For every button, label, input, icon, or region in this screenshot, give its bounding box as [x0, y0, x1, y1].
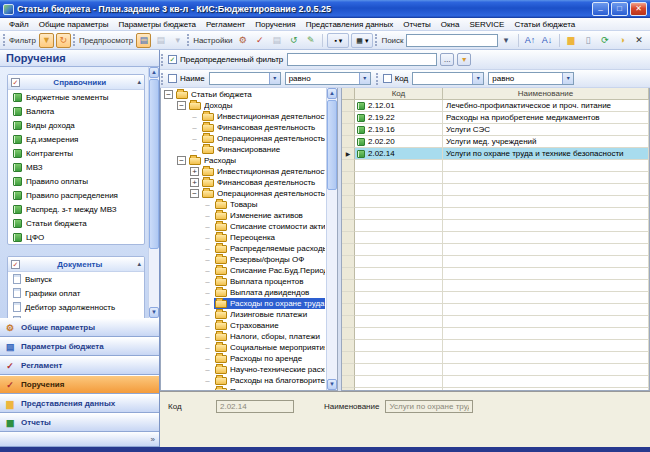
tree-node[interactable]: –Научно-технические расходы [162, 364, 325, 375]
chevron-down-icon[interactable]: ▾ [269, 73, 280, 84]
sidebar-item[interactable]: Выпуск [8, 272, 144, 286]
menu-item[interactable]: Регламент [201, 20, 250, 29]
chevron-down-icon[interactable]: ▾ [472, 73, 483, 84]
field-filter-checkbox[interactable] [383, 74, 392, 83]
tree-node[interactable]: –Финансовая деятельность [162, 122, 325, 133]
tree-node[interactable]: –Изменение активов [162, 210, 325, 221]
clear-filter-icon[interactable]: ↻ [56, 33, 71, 48]
field-value-combo[interactable]: ▾ [412, 72, 484, 85]
predefined-filter-input[interactable] [287, 53, 437, 66]
sort-asc-icon[interactable]: А↑ [523, 33, 538, 48]
collapse-node-icon[interactable]: − [177, 156, 186, 165]
scroll-up-icon[interactable]: ▲ [149, 67, 159, 78]
scroll-thumb[interactable] [149, 79, 159, 249]
tree-node[interactable]: +Инвестиционная деятельность [162, 166, 325, 177]
sidebar-item[interactable]: Инвестиции, кап.вложения [8, 314, 144, 318]
sidebar-group-header[interactable]: ✓Документы▴ [8, 257, 144, 272]
view-dropdown[interactable]: ▪ ▾ [327, 33, 349, 48]
sidebar-item[interactable]: Правило оплаты [8, 174, 144, 188]
menu-item[interactable]: SERVICE [464, 20, 509, 29]
sidebar-item[interactable]: Ед.измерения [8, 132, 144, 146]
collapse-node-icon[interactable]: − [164, 90, 173, 99]
table-row[interactable]: 2.02.20Услуги мед. учреждений [342, 136, 649, 148]
operator-combo[interactable]: равно▾ [285, 72, 371, 85]
scroll-thumb[interactable] [327, 100, 337, 190]
collapse-node-icon[interactable]: − [190, 189, 199, 198]
tree-node[interactable]: –Переоценка [162, 232, 325, 243]
menu-item[interactable]: Отчеты [398, 20, 436, 29]
filter-funnel-icon[interactable]: ▼ [39, 33, 54, 48]
tree-node[interactable]: –Страхование [162, 320, 325, 331]
predefined-filter-checkbox[interactable]: ✓ [168, 55, 177, 64]
nav-button[interactable]: ▤Параметры бюджета [0, 337, 159, 356]
menu-item[interactable]: Поручения [250, 20, 300, 29]
menu-item[interactable]: Окна [436, 20, 465, 29]
tree-node[interactable]: –Прочие затраты [162, 386, 325, 390]
menu-item[interactable]: Файл [4, 20, 34, 29]
sidebar-item[interactable]: Виды дохода [8, 118, 144, 132]
tree-node[interactable]: −Статьи бюджета [162, 89, 325, 100]
menu-item[interactable]: Представления данных [301, 20, 399, 29]
scroll-down-icon[interactable]: ▼ [327, 379, 337, 390]
sidebar-item[interactable]: Валюта [8, 104, 144, 118]
tree-node[interactable]: –Расходы на благотворительные цели [162, 375, 325, 386]
tree-node[interactable]: –Операционная деятельность [162, 133, 325, 144]
collapse-arrow-icon[interactable]: ▴ [137, 78, 141, 86]
tree-node[interactable]: –Финансирование [162, 144, 325, 155]
sidebar-item[interactable]: МВЗ [8, 160, 144, 174]
nav-button[interactable]: ✓Поручения [0, 375, 159, 394]
sidebar-item[interactable]: ЦФО [8, 230, 144, 244]
field-filter-checkbox[interactable] [168, 74, 177, 83]
nav-button[interactable]: ▆Представления данных [0, 394, 159, 413]
code-field[interactable] [216, 400, 294, 413]
edit-item-icon[interactable]: ◑ [615, 33, 630, 48]
settings-wrench-icon[interactable]: ⚙ [235, 33, 250, 48]
table-row[interactable]: 2.19.22Расходы на приобретение медикамен… [342, 112, 649, 124]
sidebar-item[interactable]: Статьи бюджета [8, 216, 144, 230]
sidebar-item[interactable]: Бюджетные элементы [8, 90, 144, 104]
search-dropdown-icon[interactable]: ▾ [499, 33, 514, 48]
tree-node[interactable]: −Операционная деятельность [162, 188, 325, 199]
tree-node[interactable]: –Списание стоимости активов [162, 221, 325, 232]
expand-node-icon[interactable]: + [190, 167, 199, 176]
menu-item[interactable]: Статьи бюджета [509, 20, 580, 29]
nav-button[interactable]: ✓Регламент [0, 356, 159, 375]
tree-node[interactable]: +Финансовая деятельность [162, 177, 325, 188]
operator-combo[interactable]: равно▾ [488, 72, 574, 85]
menu-item[interactable]: Общие параметры [34, 20, 114, 29]
sidebar-item[interactable]: Контрагенты [8, 146, 144, 160]
edit-pencil-icon[interactable]: ✎ [303, 33, 318, 48]
chevron-down-icon[interactable]: ▾ [359, 73, 370, 84]
tree-node[interactable]: –Социальные мероприятия [162, 342, 325, 353]
tree-node[interactable]: –Налоги, сборы, платежи [162, 331, 325, 342]
refresh-icon[interactable]: ⟳ [598, 33, 613, 48]
sidebar-item[interactable]: Правило распределения [8, 188, 144, 202]
table-view-dropdown[interactable]: ▦ ▾ [351, 33, 373, 48]
history-icon[interactable]: ↺ [286, 33, 301, 48]
tree-node[interactable]: −Доходы [162, 100, 325, 111]
collapse-node-icon[interactable]: − [177, 101, 186, 110]
collapse-arrow-icon[interactable]: ▴ [137, 260, 141, 268]
table-row[interactable]: 2.12.01Лечебно-профилактическое и проч. … [342, 100, 649, 112]
tree-node[interactable]: –Списание Рас.Буд.Периодов [162, 265, 325, 276]
field-value-combo[interactable]: ▾ [209, 72, 281, 85]
folder-open-icon[interactable]: ▆ [564, 33, 579, 48]
nav-button[interactable]: ⚙Общие параметры [0, 318, 159, 337]
ellipsis-button[interactable]: … [440, 53, 454, 66]
sidebar-group-header[interactable]: ✓Справочники▴ [8, 75, 144, 90]
nav-button[interactable]: ▦Отчеты [0, 413, 159, 432]
tree-node[interactable]: –Резервы/фонды ОФ [162, 254, 325, 265]
tree-node[interactable]: –Выплата процентов [162, 276, 325, 287]
delete-icon[interactable]: ✕ [632, 33, 647, 48]
tree-node[interactable]: –Распределяемые расходы [162, 243, 325, 254]
scroll-down-icon[interactable]: ▼ [149, 307, 159, 318]
tree-node[interactable]: –Лизинговые платежи [162, 309, 325, 320]
search-input[interactable] [406, 34, 498, 47]
tree-node[interactable]: –Инвестиционная деятельность [162, 111, 325, 122]
expand-node-icon[interactable]: + [190, 178, 199, 187]
scroll-up-icon[interactable]: ▲ [327, 88, 337, 99]
minimize-button[interactable]: _ [592, 2, 609, 16]
sidebar-config-bar[interactable]: » [0, 432, 159, 447]
tree-node[interactable]: –Выплата дивидендов [162, 287, 325, 298]
save-filter-icon[interactable]: ▼ [457, 53, 471, 66]
